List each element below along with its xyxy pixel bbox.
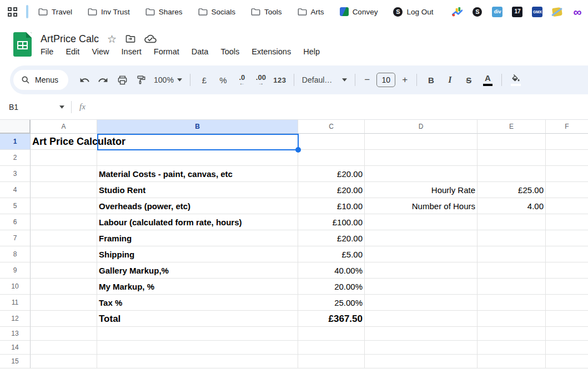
cell-F6[interactable] <box>546 214 588 230</box>
cell-C1[interactable] <box>298 134 365 150</box>
cell-D11[interactable] <box>365 295 478 311</box>
bookmark-inv-trust[interactable]: Inv Trust <box>88 8 130 16</box>
cell-B12[interactable]: Total <box>97 311 298 327</box>
cell-E11[interactable] <box>478 295 546 311</box>
row-header-5[interactable]: 5 <box>0 198 31 214</box>
row-header-10[interactable]: 10 <box>0 279 31 295</box>
cell-E13[interactable] <box>478 327 546 341</box>
cell-D12[interactable] <box>365 311 478 327</box>
cell-B15[interactable] <box>97 355 298 368</box>
cell-B6[interactable]: Labour (calculated form rate, hours) <box>97 214 298 230</box>
cell-F3[interactable] <box>546 166 588 182</box>
column-header-E[interactable]: E <box>478 120 546 134</box>
tradingview-favicon[interactable]: 17 <box>512 7 522 17</box>
menus-search-button[interactable]: Menus <box>13 70 68 90</box>
cell-F12[interactable] <box>546 311 588 327</box>
document-title[interactable]: ArtPrice Calc <box>41 33 99 45</box>
cell-C13[interactable] <box>298 327 365 341</box>
cell-A3[interactable] <box>31 166 97 182</box>
row-header-4[interactable]: 4 <box>0 182 31 198</box>
cell-F10[interactable] <box>546 279 588 295</box>
bookmark-arts[interactable]: Arts <box>298 8 324 16</box>
column-header-A[interactable]: A <box>31 120 97 134</box>
more-formats-button[interactable]: 123 <box>270 72 289 88</box>
strikethrough-button[interactable]: S <box>459 75 478 85</box>
cell-C2[interactable] <box>298 150 365 166</box>
menu-tools[interactable]: Tools <box>220 47 239 56</box>
bookmark-shares[interactable]: Shares <box>145 8 183 16</box>
cell-D10[interactable] <box>365 279 478 295</box>
cell-C3[interactable]: £20.00 <box>298 166 365 182</box>
cell-E5[interactable]: 4.00 <box>478 198 546 214</box>
column-header-C[interactable]: C <box>298 120 365 134</box>
currency-format-button[interactable]: £ <box>195 72 214 88</box>
bookmark-socials[interactable]: Socials <box>198 8 236 16</box>
dark-globe-favicon[interactable]: S <box>472 7 483 17</box>
cell-D5[interactable]: Number of Hours <box>365 198 478 214</box>
row-header-1[interactable]: 1 <box>0 134 31 150</box>
bookmark-tools[interactable]: Tools <box>251 8 282 16</box>
cell-C14[interactable] <box>298 341 365 355</box>
cell-F14[interactable] <box>546 341 588 355</box>
cell-D13[interactable] <box>365 327 478 341</box>
gmx-favicon[interactable]: GMX <box>532 7 542 17</box>
cell-C4[interactable]: £20.00 <box>298 182 365 198</box>
move-folder-icon[interactable] <box>125 33 136 44</box>
cell-F4[interactable] <box>546 182 588 198</box>
cell-C5[interactable]: £10.00 <box>298 198 365 214</box>
cell-C6[interactable]: £100.00 <box>298 214 365 230</box>
print-button[interactable] <box>113 72 132 88</box>
cell-B8[interactable]: Shipping <box>97 246 298 262</box>
cell-A8[interactable] <box>31 246 97 262</box>
formula-input[interactable] <box>86 94 588 119</box>
cell-F13[interactable] <box>546 327 588 341</box>
column-header-B[interactable]: B <box>97 120 298 134</box>
cell-D1[interactable] <box>365 134 478 150</box>
menu-data[interactable]: Data <box>192 47 209 56</box>
cell-C15[interactable] <box>298 355 365 368</box>
cell-F9[interactable] <box>546 262 588 279</box>
row-header-7[interactable]: 7 <box>0 230 31 246</box>
cell-E14[interactable] <box>478 341 546 355</box>
increase-decimal-button[interactable]: .00 → <box>252 72 270 88</box>
cell-E8[interactable] <box>478 246 546 262</box>
cell-F15[interactable] <box>546 355 588 368</box>
cell-C12[interactable]: £367.50 <box>298 311 365 327</box>
cell-B9[interactable]: Gallery Markup,% <box>97 262 298 279</box>
menu-view[interactable]: View <box>92 47 109 56</box>
cell-B4[interactable]: Studio Rent <box>97 182 298 198</box>
gold-favicon[interactable] <box>552 7 562 17</box>
row-header-15[interactable]: 15 <box>0 355 31 368</box>
cell-C7[interactable]: £20.00 <box>298 230 365 246</box>
menu-extensions[interactable]: Extensions <box>252 47 291 56</box>
cell-A12[interactable] <box>31 311 97 327</box>
cell-B1[interactable] <box>97 134 298 150</box>
cell-F1[interactable] <box>546 134 588 150</box>
cell-B13[interactable] <box>97 327 298 341</box>
row-header-8[interactable]: 8 <box>0 246 31 262</box>
cell-E1[interactable] <box>478 134 546 150</box>
cell-A14[interactable] <box>31 341 97 355</box>
cell-A1[interactable]: Art Price Calculator <box>31 134 97 150</box>
row-header-12[interactable]: 12 <box>0 311 31 327</box>
cell-B14[interactable] <box>97 341 298 355</box>
italic-button[interactable]: I <box>440 75 459 85</box>
menu-help[interactable]: Help <box>303 47 320 56</box>
bookmark-log-out[interactable]: SLog Out <box>393 7 433 17</box>
cell-F11[interactable] <box>546 295 588 311</box>
cell-D8[interactable] <box>365 246 478 262</box>
cell-F7[interactable] <box>546 230 588 246</box>
cell-B2[interactable] <box>97 150 298 166</box>
bold-button[interactable]: B <box>421 75 440 85</box>
sheets-logo-icon[interactable] <box>13 32 32 57</box>
row-header-11[interactable]: 11 <box>0 295 31 311</box>
star-icon[interactable]: ☆ <box>107 34 117 44</box>
font-size-input[interactable]: 10 <box>376 73 395 87</box>
menu-insert[interactable]: Insert <box>122 47 142 56</box>
cell-C9[interactable]: 40.00% <box>298 262 365 279</box>
cell-A4[interactable] <box>31 182 97 198</box>
row-header-9[interactable]: 9 <box>0 262 31 279</box>
cell-A9[interactable] <box>31 262 97 279</box>
font-family-select[interactable]: Defaul… <box>299 75 350 84</box>
bookmark-travel[interactable]: Travel <box>38 8 72 16</box>
